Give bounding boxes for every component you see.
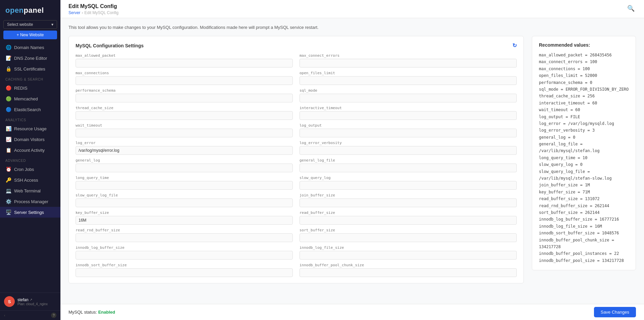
config-input-slow_query_log_file[interactable]: [76, 198, 293, 207]
sidebar-item-label: Domain Visitors: [14, 137, 45, 142]
mysql-status-value: Enabled: [98, 310, 115, 315]
sidebar-item-resource-usage[interactable]: 📊 Resource Usage: [0, 123, 60, 134]
external-link-icon: ↗: [30, 298, 32, 302]
user-info: stefan ↗ Plan: cloud_4_nginx: [17, 298, 48, 306]
key-icon: 🔑: [5, 177, 11, 183]
config-label-log_output: log_output: [300, 123, 517, 128]
terminal-icon: 💻: [5, 188, 11, 193]
section-label-caching: Caching & Search: [0, 74, 60, 83]
config-input-read_rnd_buffer_size[interactable]: [76, 233, 293, 242]
config-input-log_error_verbosity[interactable]: [300, 146, 517, 155]
recommended-item: innodb_log_file_size = 16M: [539, 223, 629, 230]
recommended-list: max_allowed_packet = 268435456max_connec…: [539, 52, 629, 264]
config-input-general_log[interactable]: [76, 164, 293, 172]
recommended-item: innodb_buffer_pool_chunk_size = 13421772…: [539, 237, 629, 250]
sidebar-item-process-manager[interactable]: ⚙️ Process Manager: [0, 196, 60, 207]
config-input-log_output[interactable]: [300, 129, 517, 137]
config-row-join_buffer_size: join_buffer_size: [300, 193, 517, 207]
config-row-wait_timeout: wait_timeout: [76, 123, 293, 137]
config-input-log_error[interactable]: [76, 146, 293, 155]
new-website-button[interactable]: + New Website: [3, 31, 57, 39]
breadcrumb-server[interactable]: Server: [68, 10, 80, 15]
sidebar-item-dns-zone-editor[interactable]: 📝 DNS Zone Editor: [0, 53, 60, 63]
sidebar-item-domain-names[interactable]: 🌐 Domain Names: [0, 42, 60, 53]
config-input-key_buffer_size[interactable]: [76, 216, 293, 225]
config-input-open_files_limit[interactable]: [300, 76, 517, 85]
sidebar-item-cron-jobs[interactable]: ⏰ Cron Jobs: [0, 164, 60, 175]
config-input-innodb_sort_buffer_size[interactable]: [76, 268, 293, 277]
recommended-item: slow_query_log_file = /var/lib/mysql/ste…: [539, 168, 629, 182]
sidebar-item-ssl-certificates[interactable]: 🔒 SSL Certificates: [0, 63, 60, 74]
page-title: Edit MySQL Config: [68, 3, 119, 9]
config-input-interactive_timeout[interactable]: [300, 111, 517, 120]
recommended-item: wait_timeout = 60: [539, 106, 629, 113]
config-input-general_log_file[interactable]: [300, 164, 517, 172]
page-content: This tool allows you to make changes to …: [60, 18, 644, 304]
recommended-item: max_connections = 100: [539, 65, 629, 72]
config-input-thread_cache_size[interactable]: [76, 111, 293, 120]
recommended-item: innodb_buffer_pool_size = 134217728: [539, 257, 629, 264]
config-input-long_query_time[interactable]: [76, 181, 293, 190]
config-label-innodb_sort_buffer_size: innodb_sort_buffer_size: [76, 263, 293, 267]
config-label-interactive_timeout: interactive_timeout: [300, 106, 517, 110]
sidebar-item-redis[interactable]: 🔴 REDIS: [0, 83, 60, 93]
sidebar-item-server-settings[interactable]: 🖥️ Server Settings: [0, 207, 60, 218]
config-label-innodb_buffer_pool_chunk_size: innodb_buffer_pool_chunk_size: [300, 263, 517, 267]
chart-icon: 📊: [5, 126, 11, 131]
sidebar-item-account-activity[interactable]: 📋 Account Activity: [0, 145, 60, 155]
config-label-slow_query_log_file: slow_query_log_file: [76, 193, 293, 197]
config-input-max_connections[interactable]: [76, 76, 293, 85]
recommended-item: interactive_timeout = 60: [539, 100, 629, 106]
section-label-advanced: Advanced: [0, 155, 60, 164]
config-row-read_buffer_size: read_buffer_size: [300, 211, 517, 225]
search-icon: 🔍: [627, 5, 635, 12]
app-logo: openpanel: [0, 0, 60, 19]
sidebar-item-domain-visitors[interactable]: 📈 Domain Visitors: [0, 134, 60, 145]
recommended-item: innodb_buffer_pool_instances = 22: [539, 250, 629, 257]
save-changes-button[interactable]: Save Changes: [594, 307, 636, 317]
mysql-status: MySQL status: Enabled: [68, 310, 115, 315]
config-label-key_buffer_size: key_buffer_size: [76, 211, 293, 215]
config-label-general_log: general_log: [76, 158, 293, 163]
recommended-item: read_buffer_size = 131072: [539, 195, 629, 202]
sidebar-item-memcached[interactable]: 🟢 Memcached: [0, 93, 60, 104]
sidebar-item-web-terminal[interactable]: 💻 Web Terminal: [0, 185, 60, 196]
config-input-performance_schema[interactable]: [76, 94, 293, 102]
select-website-button[interactable]: Select website ▾: [3, 20, 57, 29]
config-input-sort_buffer_size[interactable]: [300, 233, 517, 242]
select-website-wrapper: Select website ▾ + New Website: [0, 19, 60, 42]
select-website-label: Select website: [7, 22, 33, 27]
config-input-max_connect_errors[interactable]: [300, 59, 517, 67]
config-input-wait_timeout[interactable]: [76, 129, 293, 137]
config-input-max_allowed_packet[interactable]: [76, 59, 293, 67]
sidebar-item-label: Resource Usage: [14, 126, 47, 131]
recommended-item: read_rnd_buffer_size = 262144: [539, 202, 629, 209]
config-label-open_files_limit: open_files_limit: [300, 71, 517, 75]
config-input-read_buffer_size[interactable]: [300, 216, 517, 225]
clock-icon: ⏰: [5, 167, 11, 172]
config-label-long_query_time: long_query_time: [76, 176, 293, 180]
elasticsearch-icon: 🔵: [5, 107, 11, 112]
config-input-join_buffer_size[interactable]: [300, 198, 517, 207]
sidebar-item-elasticsearch[interactable]: 🔵 ElasticSearch: [0, 104, 60, 115]
config-label-max_allowed_packet: max_allowed_packet: [76, 53, 293, 58]
chevron-left-icon: ‹: [4, 313, 5, 317]
config-input-sql_mode[interactable]: [300, 94, 517, 102]
config-input-innodb_log_buffer_size[interactable]: [76, 251, 293, 260]
sidebar: openpanel Select website ▾ + New Website…: [0, 0, 60, 320]
avatar: S: [4, 296, 15, 307]
config-section-title: MySQL Configuration Settings ↻: [76, 42, 517, 49]
search-button[interactable]: 🔍: [626, 3, 636, 13]
config-row-innodb_sort_buffer_size: innodb_sort_buffer_size: [76, 263, 293, 277]
lock-icon: 🔒: [5, 66, 11, 72]
config-label-performance_schema: performance_schema: [76, 88, 293, 93]
config-input-innodb_log_file_size[interactable]: [300, 251, 517, 260]
config-input-slow_query_log[interactable]: [300, 181, 517, 190]
config-input-innodb_buffer_pool_chunk_size[interactable]: [300, 268, 517, 277]
collapse-sidebar-button[interactable]: ‹ ?: [0, 310, 60, 320]
page-description: This tool allows you to make changes to …: [68, 25, 636, 30]
config-row-slow_query_log: slow_query_log: [300, 176, 517, 190]
config-row-thread_cache_size: thread_cache_size: [76, 106, 293, 120]
sidebar-item-ssh-access[interactable]: 🔑 SSH Access: [0, 175, 60, 185]
config-label-general_log_file: general_log_file: [300, 158, 517, 163]
